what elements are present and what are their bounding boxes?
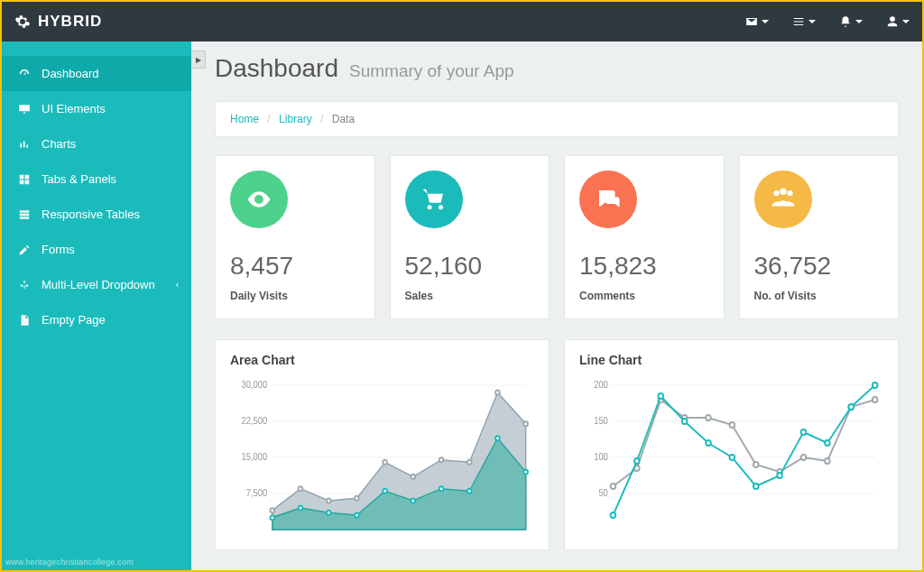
- svg-text:22,500: 22,500: [242, 416, 268, 426]
- watermark: www.heritagechristiancollege.com: [5, 558, 134, 567]
- stat-card-no-of-visits[interactable]: 36,752 No. of Visits: [739, 155, 900, 319]
- sidebar-item-multilevel[interactable]: Multi-Level Dropdown ‹: [2, 267, 191, 302]
- stat-icon-circle: [754, 171, 812, 228]
- stat-label: No. of Visits: [754, 290, 884, 302]
- sidebar-item-label: Forms: [42, 243, 75, 256]
- sidebar-item-ui-elements[interactable]: UI Elements: [2, 91, 191, 126]
- stat-value: 52,160: [405, 252, 535, 281]
- svg-point-18: [270, 515, 274, 520]
- svg-point-8: [270, 508, 274, 512]
- svg-text:200: 200: [594, 380, 608, 390]
- tasks-menu[interactable]: [792, 15, 816, 28]
- sidebar-item-tabs-panels[interactable]: Tabs & Panels: [2, 161, 191, 197]
- desktop-icon: [18, 103, 31, 115]
- header-actions: [745, 15, 910, 28]
- svg-point-40: [706, 415, 711, 420]
- line-chart-panel: Line Chart 20015010050: [564, 339, 899, 550]
- svg-point-10: [327, 499, 331, 503]
- svg-point-20: [327, 511, 331, 515]
- breadcrumb-home[interactable]: Home: [230, 113, 259, 125]
- svg-point-14: [439, 457, 444, 462]
- svg-point-27: [523, 470, 528, 475]
- breadcrumb-sep: /: [267, 113, 270, 125]
- stat-label: Comments: [579, 290, 709, 302]
- sidebar-collapse-toggle[interactable]: ▶: [191, 51, 206, 69]
- svg-point-51: [682, 419, 688, 424]
- list-icon: [792, 15, 805, 28]
- svg-point-49: [634, 458, 640, 464]
- caret-icon: [762, 20, 769, 23]
- svg-point-50: [658, 393, 663, 399]
- svg-point-44: [801, 455, 807, 460]
- brand[interactable]: HYBRID: [14, 13, 102, 31]
- area-chart: 30,00022,50015,0007,500: [230, 376, 534, 539]
- stat-icon-circle: [579, 171, 637, 228]
- breadcrumb-sep: /: [320, 113, 323, 125]
- svg-point-9: [299, 486, 303, 491]
- bell-icon: [839, 15, 852, 28]
- page-title: Dashboard: [215, 54, 338, 83]
- sidebar-item-label: Charts: [42, 137, 76, 151]
- breadcrumb-current: Data: [332, 113, 355, 125]
- main-content: Dashboard Summary of your App Home / Lib…: [191, 42, 922, 570]
- svg-point-25: [467, 489, 472, 494]
- page-subtitle: Summary of your App: [349, 61, 514, 81]
- svg-point-17: [523, 421, 528, 426]
- mail-menu[interactable]: [745, 15, 769, 28]
- sidebar-item-label: UI Elements: [42, 102, 106, 115]
- stat-label: Sales: [405, 290, 535, 302]
- stat-icon-circle: [230, 171, 288, 228]
- svg-point-12: [383, 460, 387, 465]
- sidebar-item-responsive-tables[interactable]: Responsive Tables: [2, 197, 191, 232]
- sidebar-item-label: Dashboard: [42, 67, 99, 80]
- table-icon: [18, 208, 31, 221]
- stat-value: 8,457: [230, 252, 360, 281]
- svg-point-55: [777, 473, 782, 478]
- area-chart-panel: Area Chart 30,00022,50015,0007,500: [215, 339, 550, 550]
- svg-point-36: [611, 484, 616, 489]
- chart-title: Area Chart: [230, 353, 534, 367]
- svg-point-56: [801, 429, 807, 435]
- sidebar-item-empty-page[interactable]: Empty Page: [2, 302, 191, 337]
- caret-icon: [855, 20, 863, 23]
- svg-point-52: [706, 440, 711, 446]
- stat-label: Daily Visits: [230, 290, 360, 302]
- svg-point-53: [730, 455, 735, 460]
- cart-icon: [420, 186, 448, 213]
- sidebar-item-label: Tabs & Panels: [42, 172, 116, 186]
- chevron-left-icon: ‹: [176, 280, 179, 290]
- grid-icon: [18, 173, 31, 186]
- sidebar-item-forms[interactable]: Forms: [2, 232, 191, 267]
- sidebar: Dashboard UI Elements Charts Tabs & Pane…: [2, 42, 191, 570]
- svg-point-16: [495, 391, 500, 395]
- svg-point-47: [873, 397, 878, 402]
- user-icon: [886, 15, 899, 28]
- page-title-block: Dashboard Summary of your App: [215, 54, 899, 83]
- alerts-menu[interactable]: [839, 15, 863, 28]
- svg-point-24: [439, 486, 444, 491]
- chart-icon: [18, 138, 31, 151]
- breadcrumb-library[interactable]: Library: [279, 113, 312, 125]
- svg-point-19: [299, 506, 303, 511]
- user-menu[interactable]: [886, 15, 910, 28]
- svg-point-15: [467, 460, 472, 465]
- caret-icon: [808, 20, 816, 23]
- stat-card-sales[interactable]: 52,160 Sales: [390, 155, 550, 319]
- sidebar-item-dashboard[interactable]: Dashboard: [2, 56, 191, 91]
- gear-icon: [14, 14, 31, 30]
- sidebar-item-charts[interactable]: Charts: [2, 126, 191, 161]
- svg-text:30,000: 30,000: [242, 380, 268, 390]
- svg-point-42: [753, 462, 759, 467]
- chat-icon: [595, 186, 622, 213]
- dashboard-icon: [18, 68, 31, 80]
- breadcrumb: Home / Library / Data: [215, 101, 899, 137]
- svg-point-48: [611, 512, 616, 518]
- svg-text:7,500: 7,500: [246, 488, 267, 498]
- svg-point-26: [495, 436, 500, 440]
- stat-card-daily-visits[interactable]: 8,457 Daily Visits: [215, 155, 375, 319]
- sidebar-item-label: Responsive Tables: [42, 208, 140, 221]
- stat-card-comments[interactable]: 15,823 Comments: [564, 155, 725, 319]
- sidebar-item-label: Multi-Level Dropdown: [42, 278, 155, 291]
- eye-icon: [245, 186, 273, 213]
- edit-icon: [18, 244, 31, 256]
